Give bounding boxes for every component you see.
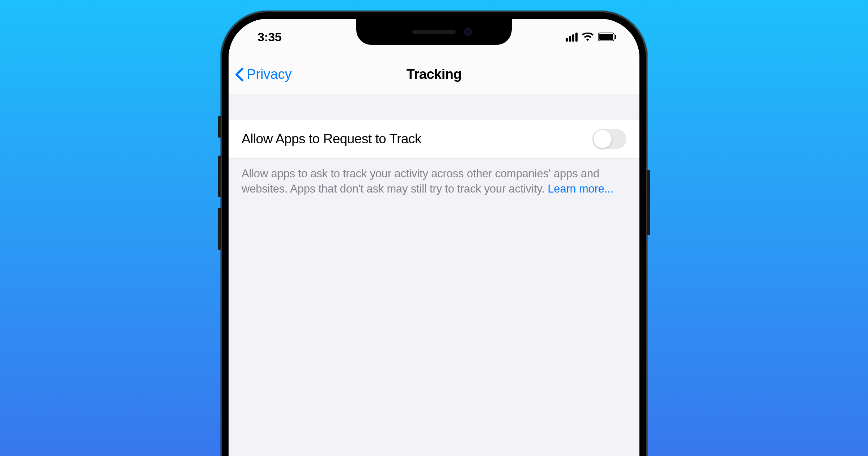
screen: 3:35 xyxy=(229,19,639,456)
footer-description: Allow apps to ask to track your activity… xyxy=(242,166,626,197)
volume-down-button xyxy=(218,208,221,250)
wifi-icon xyxy=(582,33,593,41)
section-spacer xyxy=(229,94,639,119)
notch xyxy=(356,19,512,45)
phone-frame: 3:35 xyxy=(221,11,647,456)
chevron-left-icon xyxy=(235,67,244,82)
battery-icon xyxy=(598,33,616,41)
footer-text: Allow apps to ask to track your activity… xyxy=(242,167,599,195)
back-button[interactable]: Privacy xyxy=(235,67,292,82)
cellular-signal-icon xyxy=(566,33,578,42)
page-title: Tracking xyxy=(407,67,461,82)
allow-tracking-row[interactable]: Allow Apps to Request to Track xyxy=(229,119,639,159)
speaker xyxy=(412,30,456,34)
back-button-label: Privacy xyxy=(247,67,292,82)
navigation-bar: Privacy Tracking xyxy=(229,55,639,94)
allow-tracking-toggle[interactable] xyxy=(592,129,626,149)
power-button xyxy=(647,170,650,235)
front-camera xyxy=(464,28,472,36)
section-footer: Allow apps to ask to track your activity… xyxy=(229,159,639,204)
status-time: 3:35 xyxy=(258,30,281,44)
setting-label: Allow Apps to Request to Track xyxy=(242,131,421,147)
mute-switch xyxy=(218,116,221,138)
toggle-knob xyxy=(593,130,612,148)
learn-more-link[interactable]: Learn more... xyxy=(548,182,613,195)
volume-up-button xyxy=(218,156,221,197)
status-indicators xyxy=(566,33,616,42)
